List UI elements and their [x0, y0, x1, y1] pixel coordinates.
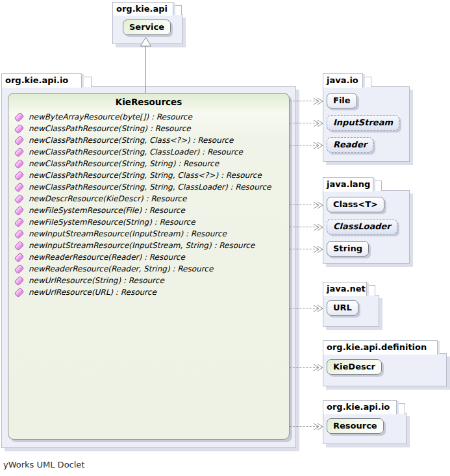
package-org-kie-api-definition: org.kie.api.definition KieDescr — [323, 340, 450, 390]
class-string[interactable]: String — [327, 241, 369, 257]
method-row[interactable]: newClassPathResource(String, Class<?>) :… — [8, 134, 289, 146]
method-label: newClassPathResource(String) : Resource — [29, 124, 191, 133]
method-icon — [14, 182, 25, 192]
method-row[interactable]: newReaderResource(Reader) : Resource — [8, 251, 289, 263]
package-tab: org.kie.api.io — [323, 400, 397, 414]
package-org-kie-api-io-main: org.kie.api.io KieResources newByteArray… — [1, 73, 301, 451]
package-tab-step — [172, 5, 182, 15]
package-tab-step — [362, 77, 371, 87]
method-row[interactable]: newClassPathResource(String, String, Cla… — [8, 169, 289, 181]
method-row[interactable]: newReaderResource(Reader, String) : Reso… — [8, 263, 289, 275]
package-tab: org.kie.api.definition — [323, 340, 438, 355]
uml-diagram: org.kie.api Service org.kie.api.io KieRe… — [0, 0, 450, 476]
method-label: newReaderResource(Reader, String) : Reso… — [29, 264, 213, 273]
method-row[interactable]: newClassPathResource(String) : Resource — [8, 123, 289, 134]
package-tab: org.kie.api.io — [1, 73, 82, 88]
method-label: newClassPathResource(String, Class<?>) :… — [29, 136, 233, 145]
method-row[interactable]: newFileSystemResource(String) : Resource — [8, 216, 289, 228]
method-icon — [14, 229, 25, 239]
package-tab-step — [372, 181, 382, 191]
class-classloader[interactable]: ClassLoader — [327, 219, 397, 234]
class-label: InputStream — [333, 118, 393, 127]
method-label: newInputStreamResource(InputStream) : Re… — [29, 229, 227, 238]
class-kieresources[interactable]: KieResources newByteArrayResource(byte[]… — [8, 93, 290, 440]
method-icon — [14, 240, 25, 251]
package-java-io: java.io File InputStream Reader — [323, 73, 414, 164]
dependency-arrow-inputstream — [290, 119, 323, 127]
package-name: org.kie.api.definition — [327, 342, 427, 352]
footer-label: yWorks UML Doclet — [3, 460, 84, 470]
package-tab-step — [81, 77, 92, 87]
method-label: newFileSystemResource(File) : Resource — [29, 206, 185, 215]
package-org-kie-api-io-right: org.kie.api.io Resource — [323, 400, 410, 447]
class-label: ClassLoader — [333, 221, 391, 231]
method-row[interactable]: newClassPathResource(String, ClassLoader… — [8, 146, 289, 158]
method-label: newClassPathResource(String, String) : R… — [29, 159, 219, 168]
method-row[interactable]: newInputStreamResource(InputStream) : Re… — [8, 228, 289, 240]
method-icon — [14, 135, 25, 145]
method-row[interactable]: newUrlResource(URL) : Resource — [8, 286, 289, 298]
class-url[interactable]: URL — [327, 300, 358, 316]
class-inputstream[interactable]: InputStream — [327, 115, 399, 131]
class-title: KieResources — [8, 94, 289, 110]
package-name: org.kie.api — [116, 4, 168, 14]
package-name: org.kie.api.io — [5, 75, 68, 85]
method-row[interactable]: newFileSystemResource(File) : Resource — [8, 205, 289, 216]
package-tab: java.lang — [323, 177, 373, 192]
method-label: newByteArrayResource(byte[]) : Resource — [29, 112, 192, 121]
class-kiedescr[interactable]: KieDescr — [327, 359, 382, 375]
class-service[interactable]: Service — [123, 19, 171, 35]
class-label: Service — [129, 22, 164, 32]
method-row[interactable]: newInputStreamResource(InputStream, Stri… — [8, 240, 289, 251]
class-reader[interactable]: Reader — [327, 137, 373, 153]
dependency-arrow-kiedescr — [290, 364, 323, 371]
method-row[interactable]: newByteArrayResource(byte[]) : Resource — [8, 111, 289, 123]
method-icon — [14, 112, 25, 122]
method-icon — [14, 123, 25, 134]
method-row[interactable]: newClassPathResource(String, String, Cla… — [8, 181, 289, 193]
method-label: newClassPathResource(String, ClassLoader… — [29, 147, 243, 157]
inheritance-triangle-icon — [140, 37, 152, 47]
class-label: URL — [333, 303, 352, 312]
dependency-arrow-resource — [290, 423, 323, 431]
method-label: newFileSystemResource(String) : Resource — [29, 218, 195, 227]
method-row[interactable]: newDescrResource(KieDescr) : Resource — [8, 193, 289, 205]
method-icon — [14, 205, 25, 216]
dependency-arrow-reader — [290, 142, 323, 149]
dependency-arrow-classloader — [290, 223, 323, 231]
method-row[interactable]: newUrlResource(String) : Resource — [8, 275, 289, 286]
method-label: newClassPathResource(String, String, Cla… — [29, 182, 271, 192]
method-icon — [14, 194, 25, 204]
class-label: KieDescr — [333, 362, 375, 371]
method-icon — [14, 217, 25, 227]
class-label: Resource — [333, 421, 377, 431]
method-icon — [14, 287, 25, 297]
class-label: File — [333, 95, 351, 105]
dependency-arrow-file — [290, 97, 323, 105]
package-java-lang: java.lang Class<T> ClassLoader String — [323, 177, 414, 266]
package-name: java.net — [327, 284, 366, 294]
package-tab: org.kie.api — [112, 2, 173, 16]
method-icon — [14, 158, 25, 169]
package-tab-step — [366, 285, 375, 295]
class-label: Reader — [333, 140, 367, 149]
method-icon — [14, 264, 25, 274]
dependency-arrow-url — [290, 305, 323, 312]
class-resource[interactable]: Resource — [327, 418, 384, 434]
method-label: newReaderResource(Reader) : Resource — [29, 253, 185, 262]
method-row[interactable]: newClassPathResource(String, String) : R… — [8, 158, 289, 169]
package-tab-step — [395, 403, 405, 414]
method-label: newUrlResource(URL) : Resource — [29, 288, 156, 297]
package-tab: java.net — [323, 282, 367, 296]
method-icon — [14, 252, 25, 262]
package-java-net: java.net URL — [323, 282, 384, 329]
method-label: newClassPathResource(String, String, Cla… — [29, 171, 262, 180]
class-class-t[interactable]: Class<T> — [327, 197, 384, 212]
class-file[interactable]: File — [327, 93, 357, 108]
class-label: String — [333, 244, 362, 253]
class-label: Class<T> — [333, 199, 378, 209]
dependency-arrow-string — [290, 245, 323, 253]
method-label: newDescrResource(KieDescr) : Resource — [29, 194, 186, 203]
method-icon — [14, 275, 25, 286]
inheritance-line — [145, 46, 146, 93]
